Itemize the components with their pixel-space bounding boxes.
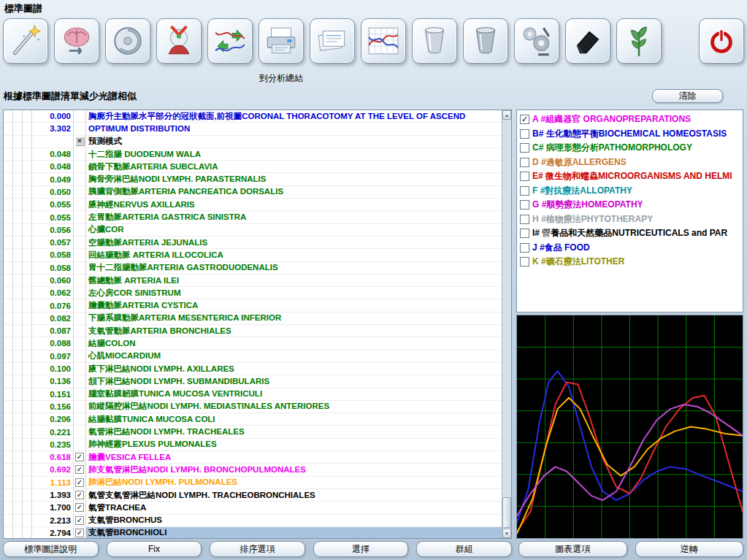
chart-options-button[interactable]: 圖表選項	[518, 541, 627, 557]
table-row[interactable]: 0.692✓肺支氣管淋巴結NODI LYMPH. BRONCHOPULMONAL…	[4, 464, 502, 476]
fix-button[interactable]: Fix	[107, 541, 202, 557]
row-checkbox-cell[interactable]: ✓	[74, 515, 86, 526]
check-icon[interactable]: ✓	[75, 516, 84, 525]
check-icon[interactable]: ✓	[75, 503, 84, 512]
row-checkbox-cell[interactable]	[74, 299, 86, 311]
table-row[interactable]: 0.048十二指腸 DUODENUM WALA	[4, 148, 502, 161]
table-row[interactable]: 0.151腦室黏膜韌膜TUNICA MUCOSA VENTRICULI	[4, 388, 502, 401]
row-checkbox-cell[interactable]	[74, 325, 86, 337]
group-button[interactable]: 群組	[416, 541, 512, 557]
table-row[interactable]: 0.156前縱隔腔淋巴結NODI LYMPH. MEDIASTINALES AN…	[4, 401, 502, 413]
microscope-button[interactable]	[514, 18, 559, 64]
category-checkbox[interactable]	[520, 129, 529, 139]
category-item[interactable]: I# 營養品和天然藥品NUTRICEUTICALS and PAR	[518, 226, 741, 241]
table-row[interactable]: 0.087支氣管動脈ARTERIA BRONCHIALES	[4, 325, 502, 337]
table-row[interactable]: 0.100腋下淋巴結NODI LYMPH. AXILLARES	[4, 363, 502, 375]
table-row[interactable]: ✕預測模式	[4, 136, 502, 148]
check-icon[interactable]: ✓	[75, 465, 84, 474]
table-row[interactable]: 1.113✓肺淋巴結NODI LYMPH. PULMONALES	[4, 477, 502, 489]
table-scrollbar[interactable]: ▲ ▼	[502, 110, 511, 538]
table-row[interactable]: 0.618✓膽囊VESICA FELLEA	[4, 451, 502, 464]
row-checkbox-cell[interactable]	[74, 287, 86, 299]
table-row[interactable]: 1.393✓氣管支氣管淋巴結NODI LYMPH. TRACHEOBRONCHI…	[4, 489, 502, 502]
table-row[interactable]: 0.056心臟COR	[4, 224, 502, 237]
select-button[interactable]: 選擇	[313, 541, 409, 557]
table-row[interactable]: 0.097心肌MIOCARDIUM	[4, 350, 502, 363]
card-index-button[interactable]	[310, 18, 355, 64]
category-checkbox[interactable]	[520, 257, 529, 266]
row-checkbox-cell[interactable]	[74, 363, 86, 375]
category-item[interactable]: D #過敏原ALLERGENS	[518, 156, 741, 170]
x-mark-icon[interactable]: ✕	[75, 137, 85, 146]
wand-button[interactable]	[3, 18, 48, 64]
check-icon[interactable]: ✓	[75, 529, 84, 537]
row-checkbox-cell[interactable]	[74, 262, 86, 274]
row-checkbox-cell[interactable]	[74, 199, 86, 210]
category-checkbox[interactable]	[520, 172, 529, 181]
row-checkbox-cell[interactable]	[74, 211, 86, 223]
row-checkbox-cell[interactable]	[74, 186, 86, 198]
table-row[interactable]: 0.088結腸COLON	[4, 337, 502, 350]
table-row[interactable]: 0.048鎖骨下動脈ARTERIA SUBCLAVIA	[4, 161, 502, 173]
cup-dark-button[interactable]	[463, 18, 508, 64]
table-row[interactable]: 3.302OPTIMUM DISTRIBUTION	[4, 123, 502, 135]
table-row[interactable]: 0.082下腸系膜動脈ARTERIA MESENTERICA INFERIOR	[4, 312, 502, 325]
check-icon[interactable]: ✓	[75, 478, 84, 487]
category-checkbox[interactable]	[520, 158, 529, 167]
row-checkbox-cell[interactable]	[74, 439, 86, 450]
category-item[interactable]: E# 微生物和蠕蟲MICROORGANISMS AND HELMI	[518, 169, 741, 184]
category-checkbox[interactable]	[520, 243, 529, 253]
category-item[interactable]: B# 生化動態平衡BIOCHEMICAL HOMEOSTASIS	[518, 127, 741, 142]
exit-button[interactable]	[699, 18, 744, 64]
row-checkbox-cell[interactable]	[74, 110, 86, 122]
sort-options-button[interactable]: 排序選項	[210, 541, 305, 557]
table-row[interactable]: 0.058回結腸動脈 ARTERIA ILLOCOLICA	[4, 249, 502, 261]
compare-chart-button[interactable]	[207, 18, 253, 64]
clear-button[interactable]: 清除	[652, 89, 723, 103]
table-row[interactable]: 0.235肺神經叢PLEXUS PULMONALES	[4, 439, 502, 451]
table-row[interactable]: 0.055左胃動脈ARTERIA GASTRICA SINISTRA	[4, 211, 502, 223]
row-checkbox-cell[interactable]: ✓	[74, 489, 86, 501]
eraser-button[interactable]	[565, 18, 610, 64]
row-checkbox-cell[interactable]	[74, 426, 86, 437]
scroll-thumb[interactable]	[502, 497, 511, 528]
table-row[interactable]: 0.058胃十二指腸動脈ARTERIA GASTRODUODENALIS	[4, 262, 502, 275]
table-row[interactable]: 0.055腋神經NERVUS AXILLARIS	[4, 199, 502, 211]
row-checkbox-cell[interactable]	[74, 275, 86, 286]
print-button[interactable]	[258, 18, 304, 64]
category-item[interactable]: J #食品 FOOD	[518, 241, 741, 256]
row-checkbox-cell[interactable]: ✓	[74, 477, 86, 488]
category-item[interactable]: C# 病理形態分析PATHOMORPHOLOGY	[518, 141, 741, 156]
row-checkbox-cell[interactable]	[74, 249, 86, 261]
row-checkbox-cell[interactable]: ✓	[74, 502, 86, 513]
head-arrows-button[interactable]	[156, 18, 202, 64]
category-item[interactable]: H #植物療法PHYTOTHERAPY	[518, 212, 741, 227]
plant-button[interactable]	[616, 18, 662, 64]
category-checkbox[interactable]	[520, 229, 529, 238]
row-checkbox-cell[interactable]	[74, 224, 86, 236]
row-checkbox-cell[interactable]	[74, 148, 86, 160]
cup-button[interactable]	[412, 18, 457, 64]
table-row[interactable]: 1.700✓氣管TRACHEA	[4, 502, 502, 514]
row-checkbox-cell[interactable]: ✓	[74, 527, 86, 538]
category-checkbox[interactable]	[520, 200, 529, 210]
row-checkbox-cell[interactable]	[74, 401, 86, 413]
row-checkbox-cell[interactable]	[74, 375, 86, 387]
table-row[interactable]: 0.057空腸動脈ARTERIA JEJUNALIS	[4, 237, 502, 249]
check-icon[interactable]: ✓	[75, 491, 84, 499]
table-row[interactable]: 0.060髂總動脈 ARTERIA ILEI	[4, 275, 502, 287]
category-checkbox[interactable]: ✓	[520, 115, 529, 124]
category-item[interactable]: ✓A #組織器官 ORGANOPREPARATIONS	[518, 112, 741, 127]
row-checkbox-cell[interactable]: ✕	[74, 136, 86, 147]
table-row[interactable]: 0.076膽囊動脈ARTERIA CYSTICA	[4, 299, 502, 312]
row-checkbox-cell[interactable]	[74, 350, 86, 362]
row-checkbox-cell[interactable]	[74, 337, 86, 349]
atlas-info-button[interactable]: 標準圖譜說明	[3, 541, 99, 557]
row-checkbox-cell[interactable]: ✓	[74, 464, 86, 475]
category-item[interactable]: G #順勢療法HOMEOPATHY	[518, 198, 741, 212]
table-row[interactable]: 0.000胸廓升主動脈水平部分的冠狀截面,前視圖CORONAL THORACOT…	[4, 110, 502, 123]
category-checkbox[interactable]	[520, 215, 529, 224]
table-row[interactable]: 0.062左心房COR SINISTRUM	[4, 287, 502, 299]
scroll-up-icon[interactable]: ▲	[502, 110, 511, 120]
row-checkbox-cell[interactable]	[74, 388, 86, 400]
